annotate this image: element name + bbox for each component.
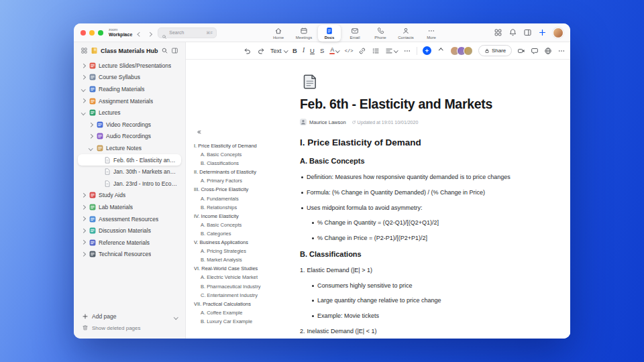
code-button[interactable]: </>: [345, 48, 354, 54]
strikethrough-button[interactable]: S: [320, 48, 324, 54]
profile-avatar[interactable]: [553, 27, 564, 38]
tree-item[interactable]: Course Syllabus: [78, 72, 181, 84]
show-deleted-button[interactable]: Show deleted pages: [82, 322, 177, 333]
toc-item[interactable]: A. Coffee Example: [194, 308, 297, 317]
chevron-right-icon[interactable]: [80, 229, 87, 233]
tree-item[interactable]: Assessment Resources: [78, 213, 181, 225]
back-button[interactable]: [138, 27, 142, 39]
collapse-toolbar-icon[interactable]: [437, 47, 445, 55]
toc-item[interactable]: B. Classifications: [194, 159, 297, 168]
chevron-right-icon[interactable]: [80, 241, 87, 244]
toc-item[interactable]: C. Entertainment Industry: [194, 291, 297, 300]
tab-docs[interactable]: Docs: [318, 25, 341, 42]
toc-item[interactable]: I. Price Elasticity of Demand: [194, 141, 297, 150]
forward-button[interactable]: [148, 27, 152, 39]
collaborator-avatar[interactable]: [464, 46, 473, 56]
font-color-button[interactable]: A: [329, 47, 339, 55]
section-heading[interactable]: B. Classifications: [300, 250, 533, 258]
link-icon[interactable]: [358, 47, 366, 55]
toc-item[interactable]: B. Relationships: [194, 203, 297, 212]
underline-button[interactable]: U: [310, 48, 315, 54]
chevron-right-icon[interactable]: [80, 194, 87, 197]
language-icon[interactable]: [544, 47, 552, 55]
tree-item[interactable]: Discussion Materials: [78, 225, 181, 237]
document-icon[interactable]: [300, 73, 317, 90]
bold-button[interactable]: B: [292, 48, 297, 54]
toc-item[interactable]: A. Electric Vehicle Market: [194, 273, 297, 282]
document-title[interactable]: Feb. 6th - Elasticity and Markets: [300, 97, 533, 112]
chevron-right-icon[interactable]: [88, 123, 94, 127]
toc-item[interactable]: A. Basic Concepts: [194, 150, 297, 159]
tab-email[interactable]: Email: [343, 25, 366, 42]
toc-item[interactable]: B. Market Analysis: [194, 255, 297, 264]
toc-item[interactable]: IV. Income Elasticity: [194, 212, 297, 221]
toc-item[interactable]: B. Pharmaceutical Industry: [194, 282, 297, 291]
tree-item[interactable]: Technical Resources: [78, 249, 181, 261]
tree-item[interactable]: Lab Materials: [78, 201, 181, 213]
chevron-right-icon[interactable]: [80, 206, 87, 209]
content-heading-1[interactable]: I. Price Elasticity of Demand: [300, 137, 533, 147]
more-options-icon[interactable]: [557, 47, 566, 55]
toc-item[interactable]: III. Cross-Price Elasticity: [194, 185, 297, 194]
add-page-button[interactable]: Add page: [82, 310, 177, 322]
chevron-down-icon[interactable]: [80, 88, 87, 91]
sidebar-panel-icon[interactable]: [171, 47, 178, 54]
numbered-item[interactable]: 1. Elastic Demand (|E| > 1)Consumers hig…: [300, 267, 533, 320]
tab-phone[interactable]: Phone: [369, 25, 392, 42]
more-formats-icon[interactable]: [403, 47, 411, 55]
toc-item[interactable]: A. Primary Factors: [194, 176, 297, 185]
tab-home[interactable]: Home: [267, 25, 290, 42]
sidebar-search-icon[interactable]: [161, 47, 168, 54]
tab-more[interactable]: More: [420, 25, 443, 42]
tab-meetings[interactable]: Meetings: [292, 25, 315, 42]
text-style-selector[interactable]: Text: [270, 48, 287, 54]
toc-item[interactable]: V. Business Applications: [194, 238, 297, 247]
tree-item[interactable]: Audio Recordings: [78, 131, 181, 143]
bullet-item[interactable]: Formula: (% Change in Quantity Demanded)…: [300, 189, 533, 196]
chevron-down-icon[interactable]: [88, 147, 94, 150]
toc-item[interactable]: A. Pricing Strategies: [194, 247, 297, 255]
chevron-right-icon[interactable]: [80, 99, 87, 103]
chevron-right-icon[interactable]: [80, 217, 87, 221]
chevron-right-icon[interactable]: [80, 253, 87, 256]
toc-item[interactable]: VII. Practical Calculations: [194, 300, 297, 308]
tree-item[interactable]: Reading Materials: [78, 83, 181, 95]
sidebar-toggle-icon[interactable]: [523, 28, 532, 37]
toc-item[interactable]: A. Fundamentals: [194, 194, 297, 203]
section-heading[interactable]: A. Basic Concepts: [300, 157, 533, 165]
bullet-item[interactable]: % Change in Quantity = (Q2-Q1)/[(Q2+Q1)/…: [311, 219, 533, 227]
add-page-chevron-icon[interactable]: [174, 313, 178, 320]
apps-icon[interactable]: [494, 28, 502, 37]
page-tree-item[interactable]: Feb. 6th - Elasticity and M...: [78, 154, 181, 166]
bullet-item[interactable]: Uses midpoint formula to avoid asymmetry…: [300, 204, 533, 212]
comment-icon[interactable]: [531, 47, 539, 55]
chevron-right-icon[interactable]: [80, 64, 87, 68]
tree-item[interactable]: Lecture Slides/Presentations: [78, 60, 181, 72]
global-search[interactable]: Search ⌘F: [158, 27, 217, 38]
new-icon[interactable]: [538, 28, 547, 37]
video-icon[interactable]: [517, 47, 525, 55]
italic-button[interactable]: I: [303, 48, 305, 54]
bullet-item[interactable]: Large quantity change relative to price …: [311, 297, 533, 304]
align-button[interactable]: [385, 47, 398, 55]
bullet-item[interactable]: Definition: Measures how responsive quan…: [300, 174, 533, 181]
redo-icon[interactable]: [257, 47, 265, 55]
insert-button[interactable]: +: [423, 46, 431, 55]
toc-item[interactable]: VI. Real-World Case Studies: [194, 264, 297, 273]
minimize-button[interactable]: [89, 30, 95, 36]
toc-collapse-icon[interactable]: [198, 131, 202, 133]
notifications-icon[interactable]: [508, 28, 517, 37]
close-button[interactable]: [80, 30, 86, 36]
bullet-item[interactable]: Example: Movie tickets: [311, 312, 533, 320]
tree-item[interactable]: Lectures: [78, 107, 181, 119]
tree-item[interactable]: Lecture Notes: [78, 142, 181, 154]
chevron-right-icon[interactable]: [80, 76, 87, 79]
toc-item[interactable]: II. Determinants of Elasticity: [194, 168, 297, 176]
toc-item[interactable]: B. Categories: [194, 229, 297, 238]
tree-item[interactable]: Video Recordings: [78, 119, 181, 131]
bullet-item[interactable]: Consumers highly sensitive to price: [311, 282, 533, 290]
bullet-item[interactable]: % Change in Price = (P2-P1)/[(P2+P1)/2]: [311, 235, 533, 242]
undo-icon[interactable]: [244, 47, 252, 55]
tab-contacts[interactable]: Contacts: [394, 25, 417, 42]
chevron-down-icon[interactable]: [80, 111, 87, 115]
